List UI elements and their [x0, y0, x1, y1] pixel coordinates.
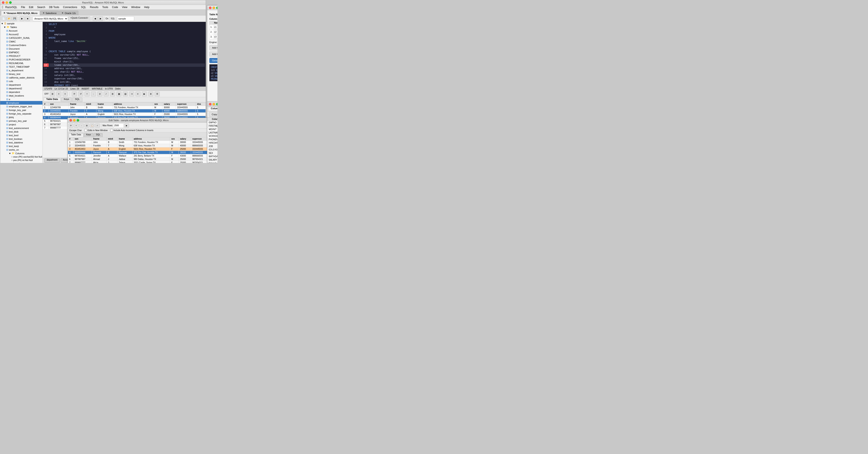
generate-sql-btn[interactable]: Generate SQL: [209, 58, 217, 63]
col-header-minit[interactable]: minit: [85, 102, 96, 106]
sidebar-item-category-sunil[interactable]: ▤ CATEGORY_SUNIL: [0, 36, 42, 40]
data-toolbar-btn17[interactable]: ⚙: [155, 92, 160, 96]
ct-min-btn[interactable]: [213, 7, 215, 9]
tab-salesforce[interactable]: ✕ Salesforce: [40, 10, 59, 15]
menu-sql[interactable]: SQL: [79, 5, 88, 9]
sidebar-item-employee-trigger[interactable]: ▤ employee_trigger_test: [0, 105, 42, 108]
edit-paste-btn[interactable]: 📋: [90, 124, 94, 128]
toolbar-stop[interactable]: ■: [25, 17, 30, 21]
table-row[interactable]: 3453453453JoyceAEnglish5631 Rice, Housto…: [68, 148, 210, 151]
edit-col-num[interactable]: #: [68, 137, 73, 141]
data-toolbar-btn6[interactable]: +: [85, 92, 90, 96]
sidebar-item-purchaseorder[interactable]: ▤ PURCHASEORDER: [0, 58, 42, 61]
data-toolbar-btn12[interactable]: ▤: [123, 92, 128, 96]
edit-add-btn[interactable]: +: [74, 124, 79, 128]
col-header-sex[interactable]: sex: [153, 102, 162, 106]
menu-connections[interactable]: Connections: [61, 5, 79, 9]
sidebar-item-pk-pair[interactable]: ▤ primary_key_pair: [0, 119, 42, 123]
edit-col-fname[interactable]: fname: [92, 137, 106, 141]
edit-close-btn[interactable]: [69, 119, 72, 122]
edit-col-ssn[interactable]: ssn: [73, 137, 92, 141]
sidebar-item-fk-separate[interactable]: ▤ foreign_key_separate: [0, 112, 42, 116]
col-header-ssn[interactable]: ssn: [49, 102, 69, 106]
sidebar-col-pno[interactable]: ≡ pno (PK) int Not Null: [0, 159, 42, 162]
sidebar-item-jkhhj[interactable]: ▤ jkhhj: [0, 116, 42, 119]
data-toolbar-btn3[interactable]: ≡: [63, 92, 68, 96]
table-row[interactable]: 2333445555FranklinTWong638 Voss, Houston…: [68, 144, 210, 148]
toolbar-run[interactable]: ▶: [20, 17, 25, 21]
sidebar-item-department2[interactable]: ▤ department2: [0, 87, 42, 90]
edit-copy-btn[interactable]: ⊞: [85, 124, 89, 128]
table-row[interactable]: 1123456789JohnBSmith731 Fondren, Houston…: [68, 141, 210, 144]
ct-name-input-c3[interactable]: [214, 35, 217, 39]
data-toolbar-btn5[interactable]: ↺: [78, 92, 83, 96]
data-toolbar-btn2[interactable]: ≡: [56, 92, 61, 96]
sidebar-item-cmac[interactable]: ▤ CMAC: [0, 40, 42, 43]
edit-max-btn[interactable]: [76, 119, 79, 122]
tab-amazon-close[interactable]: ✕: [3, 12, 5, 14]
sidebar-item-product[interactable]: ▤ PRODUCT: [0, 54, 42, 58]
sidebar-item-california[interactable]: ▤ california_water_districts: [0, 76, 42, 79]
menu-help[interactable]: Help: [143, 5, 151, 9]
edit-del-btn[interactable]: -: [79, 124, 84, 128]
data-toolbar-btn1[interactable]: ⊞: [50, 92, 55, 96]
etab-table-data[interactable]: Table Data: [69, 133, 84, 137]
qtab-keys[interactable]: Keys: [61, 98, 72, 102]
data-toolbar-btn9[interactable]: ✓: [104, 92, 109, 96]
ct-close-btn[interactable]: [209, 7, 212, 9]
edit-col-superssn[interactable]: superssn: [191, 137, 209, 141]
sidebar-item-customerorders[interactable]: ▤ CustomerOrders: [0, 43, 42, 47]
code-editor[interactable]: 1 SELECT 2 * 3 FROM 4 employee 5: [43, 22, 206, 87]
toolbar-new[interactable]: 📄: [1, 17, 6, 21]
sidebar-item-test-bool[interactable]: ▤ test_bool: [0, 133, 42, 137]
col-header-salary[interactable]: salary: [162, 102, 176, 106]
table-row[interactable]: 6987987987AhmadJJabbar980 Dallas, Housto…: [68, 158, 210, 161]
sidebar-item-test-kanji[interactable]: ▤ test_kanji: [0, 144, 42, 148]
quick-connect-btn[interactable]: <Quick Connect>: [68, 17, 90, 21]
edit-refresh-btn[interactable]: ⟳: [69, 124, 73, 128]
edit-col-salary[interactable]: salary: [179, 137, 191, 141]
col-header-superssn[interactable]: superssn: [176, 102, 195, 106]
bottom-tab-department[interactable]: department: [44, 159, 60, 163]
sidebar-item-works-on[interactable]: ▤ works_on: [0, 148, 42, 152]
minimize-button[interactable]: [5, 1, 8, 4]
qtab-table-data[interactable]: Table Data: [43, 98, 61, 102]
table-row[interactable]: 5987654321JenniferAWallace291 Berry, Bel…: [68, 154, 210, 158]
copy-to-editor-btn-desc[interactable]: Copy To Editor: [209, 112, 217, 117]
ct-max-btn[interactable]: [216, 7, 217, 9]
ct-name-input-c1[interactable]: [214, 25, 217, 29]
ct-name-input-c2[interactable]: [214, 30, 217, 34]
edits-new-window-checkbox[interactable]: [84, 129, 87, 132]
sidebar-columns-folder[interactable]: ▼ 📁 Columns: [0, 152, 42, 155]
data-toolbar-btn16[interactable]: ⊕: [148, 92, 153, 96]
sidebar-item-binary-test[interactable]: ▤ binary_test: [0, 72, 42, 76]
sidebar-root[interactable]: ▼ 🗄 sample: [0, 22, 42, 25]
toolbar-open[interactable]: 📂: [7, 17, 12, 21]
table-row[interactable]: 3453453453JoyceAEnglish5631 Rice, Housto…: [43, 112, 206, 116]
data-toolbar-btn4[interactable]: ⟳: [72, 92, 77, 96]
tab-oracle[interactable]: ✕ Oracle 12c: [59, 10, 78, 15]
sidebar-col-hours[interactable]: ≡ hours int: [0, 162, 42, 163]
tab-salesforce-close[interactable]: ✕: [43, 12, 44, 14]
sidebar-item-project[interactable]: ▤ project: [0, 123, 42, 126]
tab-amazon[interactable]: ✕ *Amazon RDS MySQL Micro: [1, 10, 40, 15]
edit-go-btn[interactable]: ▶: [124, 124, 129, 128]
dtab-columns[interactable]: Columns: [208, 107, 217, 111]
sidebar-item-e[interactable]: ▤ e: [0, 97, 42, 101]
sidebar-item-a-department[interactable]: ▤ a_department: [0, 68, 42, 72]
table-row[interactable]: 7999887777AliciaJZelaya3321 Castle, Spri…: [68, 161, 210, 163]
toolbar-prev[interactable]: ◀: [93, 17, 98, 21]
col-header-num[interactable]: #: [43, 102, 49, 106]
auto-increment-option[interactable]: Include Auto Increment Columns in Insert…: [110, 129, 154, 132]
menu-window[interactable]: Window: [129, 5, 142, 9]
data-toolbar-btn7[interactable]: -: [91, 92, 96, 96]
toolbar-next[interactable]: ▶: [98, 17, 103, 21]
edit-min-btn[interactable]: [73, 119, 75, 122]
menu-view[interactable]: View: [120, 5, 129, 9]
toolbar-save[interactable]: 💾: [12, 17, 17, 21]
sidebar-item-account[interactable]: ▤ Account: [0, 29, 42, 32]
add-constraint-btn[interactable]: Add Constraint: [209, 52, 217, 57]
menu-search[interactable]: Search: [35, 5, 47, 9]
sidebar-tables-folder[interactable]: ▼ 📁 Tables: [0, 25, 42, 29]
edit-col-address[interactable]: address: [132, 137, 170, 141]
